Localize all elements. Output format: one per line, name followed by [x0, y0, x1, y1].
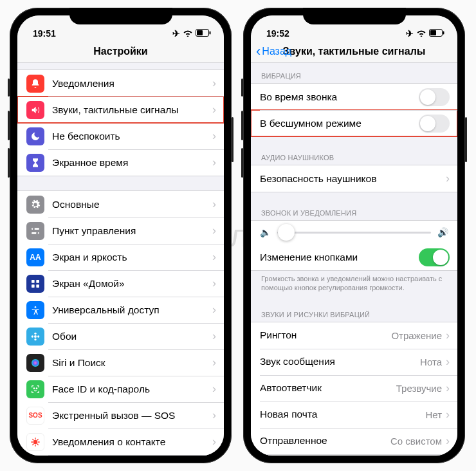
svg-point-15	[32, 335, 33, 337]
toggle-change-with-buttons[interactable]	[419, 248, 450, 266]
notch	[303, 8, 406, 24]
svg-rect-1	[210, 32, 211, 35]
sound-row[interactable]: Звук сообщенияНота›	[251, 349, 457, 375]
chevron-right-icon: ›	[212, 224, 216, 237]
speaker-high-icon: 🔊	[437, 227, 448, 237]
face-icon	[26, 380, 44, 398]
airplane-icon: ✈︎	[172, 28, 180, 39]
chevron-right-icon: ›	[212, 250, 216, 264]
chevron-right-icon: ›	[212, 382, 216, 396]
page-title: Звуки, тактильные сигналы	[283, 46, 426, 57]
sound-row[interactable]: РингтонОтражение›	[251, 322, 457, 349]
back-label: Назад	[262, 46, 291, 57]
wifi-icon	[183, 28, 193, 39]
row-headphone-safety[interactable]: Безопасность наушников ›	[251, 165, 457, 192]
AA-icon: AA	[26, 248, 44, 266]
airplane-icon: ✈︎	[406, 28, 414, 39]
hourglass-icon	[26, 154, 44, 172]
sound-row[interactable]: ОтправленноеСо свистом›	[251, 428, 457, 454]
toggle-vibrate-on-silent[interactable]	[419, 115, 450, 133]
cell-value: Со свистом	[390, 436, 442, 447]
SOS-icon: SOS	[26, 407, 44, 425]
bell-icon	[26, 75, 44, 93]
cell-value: Отражение	[391, 330, 442, 341]
toggle-vibrate-on-ring[interactable]	[419, 88, 450, 106]
svg-rect-8	[36, 280, 39, 283]
cell-label: Экран «Домой»	[52, 278, 212, 290]
cell-label: Экран и яркость	[52, 252, 212, 263]
cell-label: Siri и Поиск	[52, 357, 212, 369]
status-time: 19:51	[33, 28, 56, 39]
cell-label: Изменение кнопками	[260, 252, 419, 263]
chevron-right-icon: ›	[212, 435, 216, 448]
back-button[interactable]: ‹ Назад	[256, 40, 291, 62]
chevron-right-icon: ›	[446, 329, 450, 342]
cell-label: Рингтон	[260, 329, 391, 341]
svg-point-13	[34, 332, 36, 334]
sound-row[interactable]: Уведомления в календаряхАккорд›	[251, 454, 457, 456]
cell-label: Во время звонка	[260, 91, 419, 103]
chevron-right-icon: ›	[446, 434, 450, 448]
cell-label: Универсальный доступ	[52, 304, 212, 316]
cell-label: Уведомления	[52, 78, 212, 89]
sound-row[interactable]: Новая почтаНет›	[251, 402, 457, 428]
cell-label: В бесшумном режиме	[260, 118, 419, 129]
chevron-right-icon: ›	[212, 409, 216, 422]
settings-row[interactable]: SOSЭкстренный вызов — SOS›	[17, 402, 224, 429]
settings-row[interactable]: Пункт управления›	[17, 217, 224, 244]
phone-left: 19:51 ✈︎ Настройки Уведомления›Звуки, та…	[10, 8, 232, 463]
settings-row[interactable]: Звуки, тактильные сигналы›	[17, 97, 224, 123]
row-change-with-buttons[interactable]: Изменение кнопками	[251, 244, 457, 270]
notch	[69, 8, 172, 24]
settings-row[interactable]: Siri и Поиск›	[17, 349, 224, 376]
nav-bar: Настройки	[17, 40, 224, 63]
speaker-low-icon: 🔈	[260, 227, 271, 237]
settings-row[interactable]: Уведомления о контакте›	[17, 429, 224, 455]
cell-label: Основные	[52, 199, 212, 210]
settings-row[interactable]: Экран «Домой»›	[17, 270, 224, 297]
cell-label: Звук сообщения	[260, 356, 420, 367]
cell-label: Не беспокоить	[52, 131, 212, 142]
settings-row[interactable]: Обои›	[17, 323, 224, 349]
section-footer-ringer: Громкость звонка и уведомлений можно нас…	[251, 271, 457, 294]
chevron-left-icon: ‹	[256, 44, 261, 59]
grid-icon	[26, 275, 44, 293]
cell-value: Нет	[425, 409, 442, 420]
svg-point-17	[32, 359, 39, 367]
settings-row[interactable]: Экранное время›	[17, 149, 224, 176]
svg-point-14	[34, 338, 36, 340]
cell-label: Безопасность наушников	[260, 173, 446, 185]
svg-line-25	[32, 439, 33, 440]
flower-icon	[26, 328, 44, 346]
row-volume-slider[interactable]: 🔈 🔊	[251, 221, 457, 244]
settings-row[interactable]: AAЭкран и яркость›	[17, 244, 224, 270]
svg-line-27	[32, 443, 33, 445]
svg-point-18	[33, 388, 34, 389]
chevron-right-icon: ›	[212, 103, 216, 116]
settings-row[interactable]: Основные›	[17, 191, 224, 217]
virus-icon	[26, 433, 44, 451]
row-vibrate-on-silent[interactable]: В бесшумном режиме	[251, 110, 457, 136]
gear-icon	[26, 196, 44, 214]
svg-rect-10	[36, 284, 39, 288]
cell-label: Звуки, тактильные сигналы	[52, 104, 212, 116]
cell-label: Экстренный вызов — SOS	[52, 410, 212, 421]
svg-point-11	[35, 306, 37, 308]
section-header-ringer: ЗВОНОК И УВЕДОМЛЕНИЯ	[251, 207, 457, 220]
cell-label: Новая почта	[260, 409, 425, 420]
sound-row[interactable]: АвтоответчикТрезвучие›	[251, 375, 457, 402]
chevron-right-icon: ›	[212, 329, 216, 343]
settings-row[interactable]: Уведомления›	[17, 70, 224, 97]
cell-label: Уведомления о контакте	[52, 436, 212, 448]
svg-rect-9	[32, 284, 35, 288]
settings-row[interactable]: Face ID и код-пароль›	[17, 376, 224, 402]
cell-label: Face ID и код-пароль	[52, 383, 212, 395]
row-vibrate-on-ring[interactable]: Во время звонка	[251, 84, 457, 110]
settings-row[interactable]: Аккумулятор›	[17, 455, 224, 456]
nav-bar: ‹ Назад Звуки, тактильные сигналы	[251, 40, 457, 63]
chevron-right-icon: ›	[446, 172, 450, 185]
settings-row[interactable]: Универсальный доступ›	[17, 297, 224, 323]
settings-row[interactable]: Не беспокоить›	[17, 123, 224, 149]
volume-slider[interactable]	[277, 232, 431, 234]
chevron-right-icon: ›	[212, 303, 216, 317]
